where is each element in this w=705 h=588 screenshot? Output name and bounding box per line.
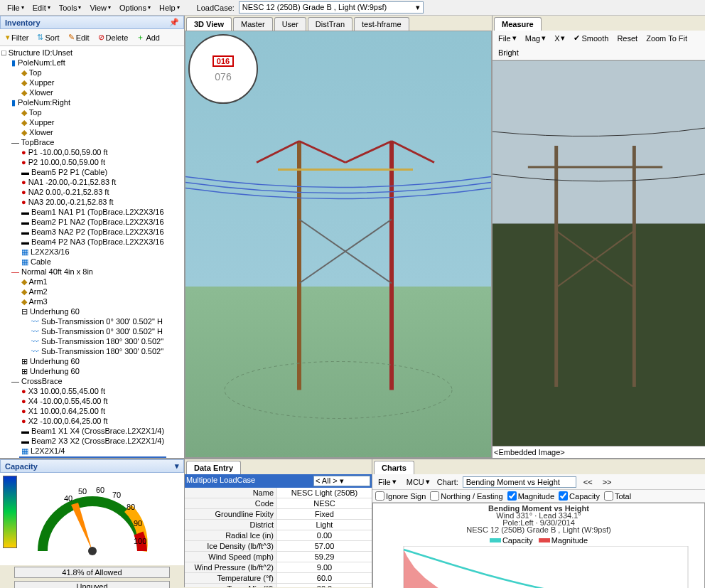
grid-value[interactable]: 0.00: [277, 530, 372, 540]
grid-row[interactable]: NameNESC Light (250B): [185, 488, 372, 498]
sort-button[interactable]: ⇅Sort: [34, 31, 62, 44]
measure-smooth[interactable]: ✔ Smooth: [571, 32, 611, 44]
grid-value[interactable]: 57.00: [277, 541, 372, 551]
grid-value[interactable]: NESC: [277, 498, 372, 508]
grid-row[interactable]: Wind Speed (mph)59.29: [185, 552, 372, 562]
tree-node[interactable]: ⊞ Underhung 60: [1, 366, 183, 376]
embedded-photo[interactable]: <Embedded Image>: [493, 60, 705, 458]
tree-node[interactable]: ▦ L2X2X1/4: [1, 446, 183, 456]
tree-node[interactable]: ⊟ Underhung 60: [1, 306, 183, 316]
charts-mcu[interactable]: MCU ▾: [404, 476, 433, 488]
tree-node[interactable]: ▬ Beam3 NA2 P2 (TopBrace.L2X2X3/16: [1, 227, 183, 237]
tree-node[interactable]: ▬ Beam1 NA1 P1 (TopBrace.L2X2X3/16: [1, 207, 183, 217]
tree-node[interactable]: ▮ PoleNum:Right: [1, 97, 183, 107]
tab-measure[interactable]: Measure: [494, 17, 542, 31]
tab-user[interactable]: User: [274, 17, 306, 31]
measure-zoomfit[interactable]: Zoom To Fit: [643, 32, 690, 44]
loadcase-dropdown[interactable]: NESC 12 (250B) Grade B , Light (W:9psf) …: [239, 1, 424, 14]
tree-node[interactable]: ● X4 -10.00,0.55,45.00 ft: [1, 396, 183, 406]
grid-row[interactable]: Radial Ice (in)0.00: [185, 530, 372, 541]
tree-node[interactable]: 〰 Sub-Transmission 180° 300' 0.502": [1, 336, 183, 346]
tree-node[interactable]: ● NA3 20.00,-0.21,52.83 ft: [1, 197, 183, 207]
inventory-tree[interactable]: □ Structure ID:Unset▮ PoleNum:Left◆ Top◆…: [0, 46, 184, 458]
menu-edit[interactable]: Edit ▾: [30, 2, 53, 14]
tab-master[interactable]: Master: [233, 17, 273, 31]
grid-value[interactable]: Fixed: [277, 509, 372, 519]
grid-value[interactable]: 60.0: [277, 573, 372, 583]
tree-node[interactable]: □ Structure ID:Unset: [1, 48, 183, 58]
menu-view[interactable]: View ▾: [87, 2, 114, 14]
tree-node[interactable]: ◆ Top: [1, 107, 183, 117]
grid-row[interactable]: Temperature (°f)60.0: [185, 573, 372, 584]
tree-node[interactable]: ▬ Beam5 P2 P1 (Cable): [1, 167, 183, 177]
grid-row[interactable]: DistrictLight: [185, 520, 372, 530]
tree-node[interactable]: ▬ Beam4 P2 NA3 (TopBrace.L2X2X3/16: [1, 237, 183, 247]
grid-value[interactable]: NESC Light (250B): [277, 488, 372, 498]
tree-node[interactable]: ● X3 10.00,0.55,45.00 ft: [1, 386, 183, 396]
tree-node[interactable]: ▶ NESC 12 (250B) Grade B , Light (W:9psf…: [1, 456, 183, 458]
tree-node[interactable]: ▦ Cable: [1, 257, 183, 267]
grid-row[interactable]: Temp Min (°f)30.0: [185, 584, 372, 587]
add-button[interactable]: ＋Add: [134, 31, 163, 44]
chk-capacity[interactable]: Capacity: [559, 491, 600, 501]
tree-node[interactable]: ● P1 -10.00,0.50,59.00 ft: [1, 147, 183, 157]
measure-mag[interactable]: Mag ▾: [522, 32, 549, 44]
grid-value[interactable]: 59.29: [277, 552, 372, 562]
pin-icon[interactable]: 📌: [169, 18, 179, 27]
chart-prev[interactable]: <<: [581, 476, 596, 488]
tab-charts[interactable]: Charts: [374, 461, 414, 474]
grid-value[interactable]: 9.00: [277, 562, 372, 572]
tree-node[interactable]: ⊞ Underhung 60: [1, 356, 183, 366]
tab-testhframe[interactable]: test-hframe: [354, 17, 409, 31]
tree-node[interactable]: ◆ Xlower: [1, 127, 183, 137]
menu-help[interactable]: Help ▾: [156, 2, 183, 14]
tree-node[interactable]: ● P2 10.00,0.50,59.00 ft: [1, 157, 183, 167]
tree-node[interactable]: ◆ Arm2: [1, 287, 183, 296]
tab-dataentry[interactable]: Data Entry: [186, 461, 241, 474]
charts-file[interactable]: File ▾: [375, 476, 399, 488]
chk-ignore-sign[interactable]: Ignore Sign: [375, 491, 426, 501]
3d-viewport[interactable]: 016 076: [185, 31, 492, 458]
grid-value[interactable]: 30.0: [277, 584, 372, 587]
menu-options[interactable]: Options ▾: [117, 2, 154, 14]
chk-magnitude[interactable]: Magnitude: [507, 491, 554, 501]
grid-row[interactable]: Wind Pressure (lb/ft^2)9.00: [185, 562, 372, 573]
tree-node[interactable]: ◆ Top: [1, 68, 183, 77]
tree-node[interactable]: ▬ Beam2 P1 NA2 (TopBrace.L2X2X3/16: [1, 217, 183, 227]
tree-node[interactable]: ◆ Arm3: [1, 296, 183, 306]
tree-node[interactable]: — CrossBrace: [1, 376, 183, 386]
filter-button[interactable]: ▾Filter: [3, 31, 31, 44]
grid-row[interactable]: Ice Density (lb/ft^3)57.00: [185, 541, 372, 552]
tab-disttran[interactable]: DistTran: [308, 17, 352, 31]
chk-total[interactable]: Total: [604, 491, 631, 501]
tree-node[interactable]: ◆ Arm1: [1, 277, 183, 287]
tree-node[interactable]: ▦ L2X2X3/16: [1, 247, 183, 257]
tree-node[interactable]: ▬ Beam2 X3 X2 (CrossBrace.L2X2X1/4): [1, 436, 183, 446]
measure-x[interactable]: X ▾: [551, 32, 568, 44]
tree-node[interactable]: ● NA1 -20.00,-0.21,52.83 ft: [1, 177, 183, 187]
measure-reset[interactable]: Reset: [614, 32, 640, 44]
tree-node[interactable]: ▬ Beam1 X1 X4 (CrossBrace.L2X2X1/4): [1, 426, 183, 436]
delete-button[interactable]: ⊘Delete: [95, 31, 131, 44]
chart-next[interactable]: >>: [600, 476, 615, 488]
menu-file[interactable]: File ▾: [4, 2, 27, 14]
tree-node[interactable]: ● X2 -10.00,0.64,25.00 ft: [1, 416, 183, 426]
chk-northing[interactable]: Northing / Easting: [430, 491, 502, 501]
tree-node[interactable]: — Normal 40ft 4in x 8in: [1, 267, 183, 277]
tab-3dview[interactable]: 3D View: [186, 17, 232, 31]
chevron-down-icon[interactable]: ▾: [175, 461, 179, 471]
tree-node[interactable]: ◆ Xlower: [1, 87, 183, 97]
tree-node[interactable]: ● NA2 0.00,-0.21,52.83 ft: [1, 187, 183, 197]
tree-node[interactable]: ◆ Xupper: [1, 117, 183, 127]
measure-bright[interactable]: Bright: [495, 47, 522, 58]
grid-row[interactable]: CodeNESC: [185, 498, 372, 509]
grid-row[interactable]: Groundline FixityFixed: [185, 509, 372, 520]
all-dropdown[interactable]: < All > ▾: [313, 476, 370, 486]
dataentry-grid[interactable]: NameNESC Light (250B)CodeNESCGroundline …: [185, 488, 372, 587]
grid-value[interactable]: Light: [277, 520, 372, 530]
menu-tools[interactable]: Tools ▾: [56, 2, 85, 14]
tree-node[interactable]: ▮ PoleNum:Left: [1, 58, 183, 68]
tree-node[interactable]: 〰 Sub-Transmission 180° 300' 0.502": [1, 346, 183, 356]
measure-file[interactable]: File ▾: [495, 32, 520, 44]
tree-node[interactable]: 〰 Sub-Transmission 0° 300' 0.502" H: [1, 326, 183, 336]
